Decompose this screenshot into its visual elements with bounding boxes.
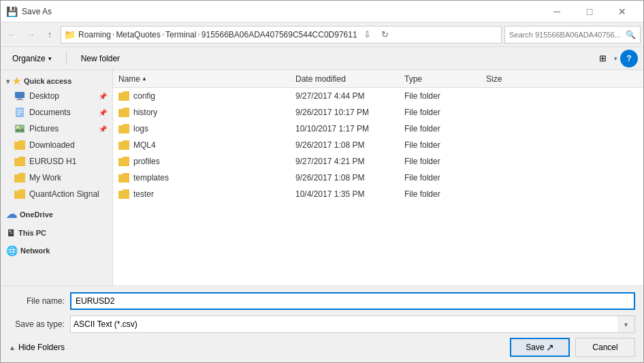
- sidebar-section-quickaccess: ▾ ★ Quick access Desktop 📌 Documents: [1, 73, 112, 202]
- file-cell-name: templates: [118, 172, 295, 183]
- table-row[interactable]: history 9/26/2017 10:17 PM File folder: [113, 104, 643, 121]
- column-name-label: Name: [118, 74, 140, 84]
- sidebar-item-pictures[interactable]: Pictures 📌: [1, 121, 112, 137]
- view-dropdown-icon: ▾: [614, 55, 617, 62]
- savetype-select[interactable]: ASCII Text (*.csv): [70, 315, 635, 333]
- search-input[interactable]: [509, 31, 623, 39]
- sidebar-item-label-desktop: Desktop: [29, 91, 59, 101]
- new-folder-label: New folder: [81, 54, 120, 63]
- column-date[interactable]: Date modified: [295, 74, 404, 84]
- documents-icon: [14, 107, 25, 118]
- crumb-roaming: Roaming: [78, 30, 111, 40]
- sidebar-section-thispc: 🖥 This PC: [1, 225, 112, 240]
- crumb-metaquotes: MetaQuotes: [116, 30, 160, 40]
- file-name: templates: [133, 173, 169, 183]
- column-size[interactable]: Size: [486, 74, 541, 84]
- onedrive-icon: ☁: [6, 208, 17, 221]
- column-date-label: Date modified: [295, 74, 346, 84]
- table-row[interactable]: tester 10/4/2017 1:35 PM File folder: [113, 186, 643, 202]
- view-options-button[interactable]: ⊞: [594, 50, 611, 67]
- file-name: history: [133, 108, 157, 117]
- savetype-label: Save as type:: [9, 319, 70, 329]
- file-cell-type: File folder: [404, 157, 486, 166]
- table-row[interactable]: config 9/27/2017 4:44 PM File folder: [113, 88, 643, 104]
- table-row[interactable]: logs 10/10/2017 1:17 PM File folder: [113, 121, 643, 137]
- minimize-button[interactable]: ─: [541, 1, 573, 22]
- svg-rect-7: [15, 125, 25, 133]
- column-type[interactable]: Type: [404, 74, 486, 84]
- folder-nav-icon: 📁: [64, 29, 76, 40]
- close-button[interactable]: ✕: [607, 1, 638, 22]
- hide-folders-section[interactable]: ▲ Hide Folders: [9, 343, 65, 352]
- new-folder-button[interactable]: New folder: [75, 50, 126, 67]
- column-size-label: Size: [486, 74, 502, 84]
- folder-icon: [118, 91, 129, 101]
- folder-icon: [118, 123, 129, 134]
- help-button[interactable]: ?: [620, 50, 638, 67]
- search-box[interactable]: 🔍: [504, 26, 641, 44]
- sidebar-item-mywork[interactable]: My Work: [1, 170, 112, 186]
- refresh-button[interactable]: ↻: [378, 27, 393, 42]
- search-icon: 🔍: [626, 30, 636, 40]
- quick-access-icon: ★: [12, 76, 21, 86]
- toolbar-right: ⊞ ▾ ?: [594, 50, 638, 67]
- content-area: ▾ ★ Quick access Desktop 📌 Documents: [1, 70, 643, 285]
- back-button[interactable]: ←: [3, 27, 20, 43]
- file-cell-type: File folder: [404, 108, 486, 117]
- file-cell-name: logs: [118, 123, 295, 134]
- navigation-bar: ← → ↑ 📁 Roaming › MetaQuotes › Terminal …: [1, 22, 643, 47]
- folder-downloaded-icon: [14, 140, 25, 151]
- pin-icon-documents: 📌: [99, 109, 107, 116]
- filename-label: File name:: [9, 296, 70, 306]
- column-name[interactable]: Name ▲: [118, 74, 295, 84]
- address-bar[interactable]: 📁 Roaming › MetaQuotes › Terminal › 9155…: [61, 26, 502, 44]
- window-icon: 💾: [6, 6, 18, 17]
- quick-access-header[interactable]: ▾ ★ Quick access: [1, 73, 112, 88]
- address-refresh-button[interactable]: ⇩: [360, 27, 375, 42]
- file-cell-name: config: [118, 91, 295, 101]
- sidebar-item-downloaded[interactable]: Downloaded: [1, 137, 112, 153]
- folder-mywork-icon: [14, 172, 25, 183]
- thispc-header[interactable]: 🖥 This PC: [1, 225, 112, 240]
- maximize-button[interactable]: □: [574, 1, 605, 22]
- table-row[interactable]: MQL4 9/26/2017 1:08 PM File folder: [113, 137, 643, 153]
- file-cell-name: tester: [118, 189, 295, 200]
- file-cell-type: File folder: [404, 173, 486, 183]
- window-title: Save As: [22, 7, 52, 16]
- file-cell-type: File folder: [404, 91, 486, 101]
- filename-input[interactable]: [70, 292, 635, 310]
- file-name: tester: [133, 189, 154, 199]
- button-row: ▲ Hide Folders Save ↗ Cancel: [9, 338, 635, 357]
- onedrive-header[interactable]: ☁ OneDrive: [1, 205, 112, 222]
- filename-row: File name:: [9, 291, 635, 311]
- file-cell-type: File folder: [404, 140, 486, 150]
- pin-icon-pictures: 📌: [99, 125, 107, 133]
- toolbar-separator: [66, 52, 67, 65]
- sidebar-item-quantaction[interactable]: QuantAction Signal: [1, 186, 112, 202]
- cancel-button[interactable]: Cancel: [575, 338, 635, 357]
- sidebar-item-label-downloaded: Downloaded: [29, 140, 75, 150]
- sort-indicator: ▲: [142, 76, 147, 82]
- folder-quantaction-icon: [14, 189, 25, 200]
- network-header[interactable]: 🌐 Network: [1, 242, 112, 257]
- table-row[interactable]: templates 9/26/2017 1:08 PM File folder: [113, 170, 643, 186]
- organize-button[interactable]: Organize ▾: [6, 50, 58, 67]
- file-cell-date: 10/10/2017 1:17 PM: [295, 124, 404, 133]
- bottom-panel: File name: Save as type: ASCII Text (*.c…: [1, 285, 643, 362]
- sidebar-item-label-mywork: My Work: [29, 173, 61, 183]
- table-row[interactable]: profiles 9/27/2017 4:21 PM File folder: [113, 153, 643, 170]
- file-name: config: [133, 91, 155, 101]
- up-button[interactable]: ↑: [42, 27, 58, 43]
- save-label: Save: [526, 343, 544, 352]
- forward-button[interactable]: →: [22, 27, 39, 43]
- savetype-row: Save as type: ASCII Text (*.csv) ▾: [9, 315, 635, 334]
- sidebar-item-documents[interactable]: Documents 📌: [1, 104, 112, 121]
- svg-point-8: [16, 126, 19, 129]
- file-name: logs: [133, 124, 148, 133]
- save-button[interactable]: Save ↗: [510, 338, 570, 357]
- sidebar-item-eurusd[interactable]: EURUSD H1: [1, 153, 112, 170]
- sidebar-item-desktop[interactable]: Desktop 📌: [1, 88, 112, 104]
- crumb-hash: 915566BA06ADA407569C544CC0D97611: [202, 30, 357, 40]
- title-bar-left: 💾 Save As: [6, 6, 52, 17]
- sidebar-item-label-eurusd: EURUSD H1: [29, 157, 76, 166]
